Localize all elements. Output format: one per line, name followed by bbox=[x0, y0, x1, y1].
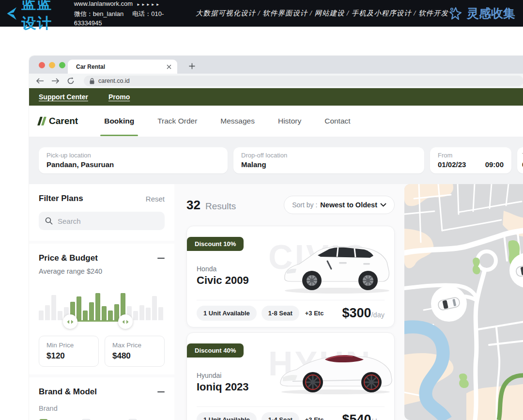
reset-filters-button[interactable]: Reset bbox=[146, 195, 165, 203]
nav-tab-contact[interactable]: Contact bbox=[323, 106, 351, 136]
spark-star-icon bbox=[448, 6, 463, 21]
browser-toolbar: carent.co.id bbox=[29, 74, 523, 88]
results-count: 32 bbox=[186, 198, 200, 213]
promo-banner: 蓝蓝设计 www.lanlanwork.com►►►►► 微信：ben_lanl… bbox=[0, 0, 523, 27]
forward-button[interactable] bbox=[51, 78, 60, 84]
brand-group-label: Brand bbox=[39, 404, 165, 412]
price-budget-title: Price & Budget bbox=[39, 253, 98, 263]
nav-tab-track-order[interactable]: Track Order bbox=[156, 106, 198, 136]
car-marker[interactable] bbox=[431, 286, 467, 322]
histogram-bar bbox=[158, 307, 163, 320]
histogram-bar bbox=[114, 304, 119, 320]
dropoff-location-field[interactable]: Drop-off location Malang bbox=[233, 147, 424, 173]
from-datetime-field[interactable]: From 01/02/23 09:00 bbox=[430, 147, 511, 173]
agency-website[interactable]: www.lanlanwork.com bbox=[74, 0, 133, 7]
price-per-day: /day bbox=[371, 418, 385, 420]
pickup-location-field[interactable]: Pick-up location Pandaan, Pasuruan bbox=[39, 147, 228, 173]
support-center-link[interactable]: Support Center bbox=[39, 93, 88, 101]
filter-title: Filter Plans bbox=[39, 194, 83, 203]
nav-tab-booking[interactable]: Booking bbox=[103, 106, 135, 136]
url-text: carent.co.id bbox=[98, 78, 130, 84]
discount-badge: Discount 10% bbox=[187, 237, 244, 251]
filter-search-placeholder: Search bbox=[58, 217, 81, 225]
results-count-label: Results bbox=[205, 201, 236, 212]
slider-arrows-icon bbox=[67, 320, 74, 324]
unit-available-badge: 1 Unit Available bbox=[197, 412, 257, 420]
search-icon bbox=[45, 217, 53, 225]
car-card-ioniq[interactable]: HYUN Discount 40% Hyundai Ioniq 2023 bbox=[186, 332, 395, 420]
trip-search-bar: Pick-up location Pandaan, Pasuruan Drop-… bbox=[29, 137, 523, 184]
histogram-bar bbox=[45, 305, 50, 320]
promo-link[interactable]: Promo bbox=[108, 93, 130, 101]
collect-link[interactable]: 灵感收集 bbox=[448, 5, 523, 21]
collect-text: 灵感收集 bbox=[467, 5, 515, 21]
min-price-slider-handle[interactable] bbox=[63, 314, 77, 329]
filter-search-input[interactable]: Search bbox=[39, 212, 165, 230]
max-price-slider-handle[interactable] bbox=[118, 314, 133, 329]
collapse-icon[interactable] bbox=[157, 391, 165, 393]
price-amount: $540 bbox=[342, 412, 371, 420]
car-model: Ioniq 2023 bbox=[197, 381, 249, 393]
histogram-bar bbox=[77, 296, 81, 320]
minimize-window-button[interactable] bbox=[49, 62, 55, 68]
from-date-value: 01/02/23 bbox=[438, 160, 466, 169]
min-price-input[interactable]: Min Price $120 bbox=[39, 336, 99, 367]
dropoff-location-label: Drop-off location bbox=[241, 152, 416, 159]
price-per-day: /day bbox=[371, 311, 385, 319]
close-window-button[interactable] bbox=[39, 62, 45, 68]
map-panel[interactable] bbox=[404, 184, 523, 420]
to-datetime-field[interactable]: To 0 bbox=[517, 147, 523, 173]
sort-value: Newest to Oldest bbox=[320, 201, 377, 209]
price-range-track bbox=[70, 320, 125, 322]
tab-close-icon[interactable] bbox=[167, 64, 171, 69]
nav-tab-messages[interactable]: Messages bbox=[219, 106, 256, 136]
browser-window: Car Rental carent.co.id Support Center P… bbox=[29, 56, 523, 420]
back-button[interactable] bbox=[36, 78, 44, 84]
reload-button[interactable] bbox=[67, 77, 75, 85]
agency-contact: www.lanlanwork.com►►►►► 微信：ben_lanlan电话：… bbox=[74, 0, 167, 28]
histogram-bar bbox=[39, 311, 44, 320]
sort-label: Sort by : bbox=[292, 201, 317, 209]
card-divider bbox=[197, 406, 385, 407]
carent-logo[interactable]: Carent bbox=[39, 116, 78, 126]
etc-badge: +3 Etc bbox=[305, 310, 324, 317]
car-brand: Hyundai bbox=[197, 372, 221, 379]
new-tab-button[interactable] bbox=[185, 59, 199, 73]
max-price-value: $480 bbox=[112, 351, 157, 361]
unit-available-badge: 1 Unit Available bbox=[197, 306, 257, 321]
histogram-bar bbox=[139, 305, 144, 320]
nav-menu: Booking Track Order Messages History Con… bbox=[103, 106, 351, 136]
min-price-value: $120 bbox=[46, 351, 91, 361]
price-histogram bbox=[39, 287, 163, 320]
histogram-bar bbox=[95, 293, 100, 320]
maximize-window-button[interactable] bbox=[59, 62, 65, 68]
pickup-location-label: Pick-up location bbox=[46, 152, 220, 159]
brand-model-section: Brand & Model Brand BMW Honda bbox=[29, 377, 174, 420]
seat-badge: 1-4 Seat bbox=[262, 412, 299, 420]
min-price-label: Min Price bbox=[46, 342, 91, 349]
utility-topbar: Support Center Promo bbox=[29, 88, 523, 106]
etc-badge: +3 Etc bbox=[305, 416, 324, 420]
histogram-bar bbox=[51, 295, 56, 320]
plus-icon bbox=[189, 63, 195, 69]
price-budget-section: Price & Budget Average range $240 bbox=[29, 244, 174, 374]
from-time-value: 09:00 bbox=[485, 160, 504, 169]
nav-tab-history[interactable]: History bbox=[277, 106, 302, 136]
collapse-icon[interactable] bbox=[157, 258, 165, 259]
agency-logo-text: 蓝蓝设计 bbox=[21, 0, 66, 33]
sort-dropdown[interactable]: Sort by : Newest to Oldest bbox=[284, 196, 395, 214]
arrows-decoration: ►►►►► bbox=[137, 2, 161, 7]
max-price-input[interactable]: Max Price $480 bbox=[105, 336, 165, 367]
lock-icon bbox=[90, 78, 94, 84]
histogram-bar bbox=[108, 311, 113, 320]
histogram-bar bbox=[133, 311, 138, 320]
url-bar[interactable]: carent.co.id bbox=[84, 76, 523, 86]
carent-logo-text: Carent bbox=[49, 116, 78, 126]
dropoff-location-value: Malang bbox=[241, 160, 416, 169]
car-card-civic[interactable]: CIVIC Discount 10% Honda Civic 2009 bbox=[186, 226, 395, 327]
car-brand: Honda bbox=[197, 265, 216, 273]
browser-tab[interactable]: Car Rental bbox=[68, 60, 177, 74]
car-image-ioniq bbox=[278, 347, 393, 396]
brand-model-title: Brand & Model bbox=[39, 387, 97, 397]
histogram-bar bbox=[102, 306, 107, 320]
